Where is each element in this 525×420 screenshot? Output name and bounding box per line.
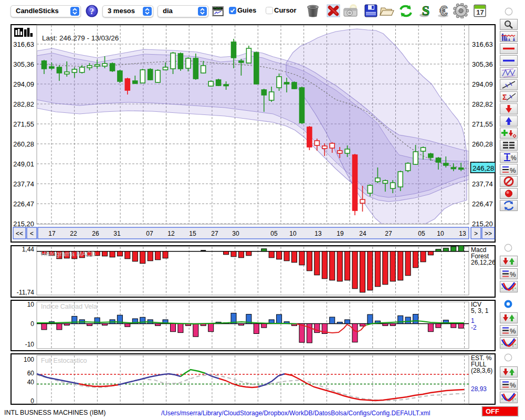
svg-text:31: 31: [113, 230, 121, 237]
svg-text:Indice Calidad Vela: Indice Calidad Vela: [41, 303, 97, 310]
svg-text:10: 10: [289, 230, 297, 237]
svg-text:282,82: 282,82: [472, 100, 493, 108]
svg-text:13: 13: [459, 230, 466, 237]
svg-text:282,82: 282,82: [13, 100, 34, 108]
svg-text:22: 22: [70, 230, 77, 237]
svg-text:316,63: 316,63: [472, 40, 493, 48]
svg-text:Histograma MACD: Histograma MACD: [41, 250, 96, 258]
svg-text:271,55: 271,55: [472, 120, 493, 128]
svg-text:237,74: 237,74: [472, 180, 493, 188]
svg-text:226,47: 226,47: [13, 200, 34, 208]
svg-text:17: 17: [48, 230, 56, 237]
svg-text:271,55: 271,55: [13, 120, 34, 128]
svg-text:249,01: 249,01: [13, 160, 34, 168]
svg-text:215,20: 215,20: [472, 220, 493, 228]
svg-text:27: 27: [211, 230, 218, 237]
svg-text:%: %: [510, 270, 516, 278]
svg-text:28,93: 28,93: [471, 385, 487, 393]
svg-text:316,63: 316,63: [13, 40, 34, 48]
svg-text:226,47: 226,47: [472, 200, 493, 208]
svg-text:19: 19: [337, 230, 344, 237]
svg-text:15: 15: [189, 230, 196, 237]
svg-text:215,20: 215,20: [13, 220, 34, 228]
svg-text:26,12,26: 26,12,26: [471, 259, 496, 266]
svg-text:05: 05: [418, 230, 425, 237]
svg-text:294,09: 294,09: [13, 80, 34, 88]
svg-text:S: S: [422, 4, 429, 18]
svg-text:237,74: 237,74: [13, 180, 34, 188]
svg-text:-2: -2: [471, 324, 477, 331]
svg-text:1: 1: [471, 317, 475, 324]
svg-text:>: >: [474, 230, 478, 237]
svg-text:100: 100: [24, 356, 34, 363]
svg-text:%: %: [510, 166, 516, 174]
svg-text:40: 40: [27, 379, 35, 386]
svg-text:%: %: [510, 381, 516, 389]
svg-text:27: 27: [385, 230, 392, 237]
svg-text:%: %: [510, 327, 516, 335]
svg-text:-10: -10: [25, 341, 35, 348]
svg-text:-11,74: -11,74: [17, 289, 34, 296]
svg-text:30: 30: [232, 230, 239, 237]
svg-text:24: 24: [359, 230, 366, 237]
svg-text:Last: 246.279 - 13/03/26: Last: 246.279 - 13/03/26: [42, 34, 119, 42]
svg-text:260,28: 260,28: [472, 140, 493, 148]
svg-text:60: 60: [27, 370, 35, 377]
svg-text:Full Estocastico: Full Estocastico: [41, 357, 87, 364]
svg-text:5, 3, 1: 5, 3, 1: [471, 307, 489, 314]
svg-text:305,36: 305,36: [472, 60, 493, 68]
svg-text:>>: >>: [485, 230, 492, 237]
svg-text:294,09: 294,09: [472, 80, 493, 88]
svg-text:0: 0: [30, 320, 34, 328]
svg-text:10: 10: [437, 230, 444, 237]
svg-text:Σ: Σ: [502, 93, 507, 101]
svg-text:(28,3,6): (28,3,6): [471, 367, 492, 374]
svg-text:305,36: 305,36: [13, 60, 34, 68]
svg-text:26: 26: [92, 230, 99, 237]
svg-text:260,28: 260,28: [13, 140, 34, 148]
svg-text:05: 05: [270, 230, 278, 237]
svg-text:10: 10: [27, 301, 35, 308]
svg-text:%: %: [511, 154, 517, 162]
svg-text:1,44: 1,44: [22, 246, 35, 253]
svg-text:€: €: [439, 4, 447, 18]
svg-text:07: 07: [146, 230, 153, 237]
svg-text:13: 13: [314, 230, 322, 237]
svg-text:<: <: [30, 230, 34, 237]
svg-text:17: 17: [476, 8, 484, 16]
svg-text:<<: <<: [16, 230, 23, 237]
svg-text:?: ?: [90, 7, 94, 16]
svg-text:12: 12: [167, 230, 175, 237]
svg-text:0: 0: [30, 397, 34, 405]
svg-text:246,28: 246,28: [472, 164, 494, 172]
